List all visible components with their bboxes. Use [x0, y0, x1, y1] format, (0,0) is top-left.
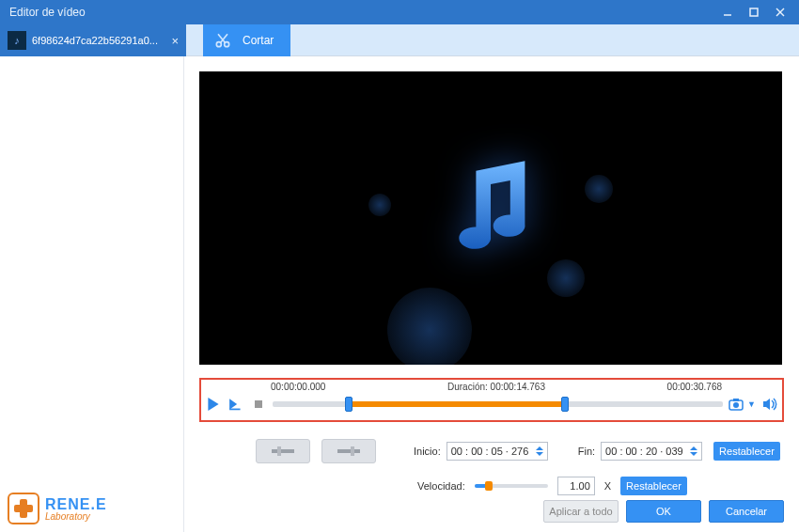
reset-trim-button[interactable]: Restablecer — [713, 442, 780, 461]
set-start-marker-button[interactable] — [256, 439, 310, 463]
bokeh-dot — [547, 259, 585, 297]
trim-end-handle[interactable] — [561, 397, 569, 412]
svg-rect-17 — [337, 449, 360, 453]
close-file-icon[interactable]: × — [169, 34, 180, 48]
play-selection-button[interactable] — [227, 396, 244, 413]
svg-rect-13 — [733, 399, 739, 401]
trim-start-handle[interactable] — [345, 397, 352, 412]
content-area: 00:00:00.000 Duración: 00:00:14.763 00:0… — [184, 56, 799, 532]
file-tab[interactable]: ♪ 6f98624d7ca22b56291a0... × — [0, 24, 186, 56]
start-time-down[interactable] — [536, 452, 543, 456]
svg-rect-18 — [351, 446, 354, 456]
bokeh-dot — [387, 288, 472, 365]
scissors-icon — [212, 30, 233, 51]
logo-text-1: RENE.E — [45, 496, 107, 513]
svg-marker-14 — [763, 399, 770, 410]
window-controls — [714, 3, 793, 22]
cancel-button[interactable]: Cancelar — [709, 500, 784, 523]
ok-button[interactable]: OK — [626, 500, 701, 523]
file-name: 6f98624d7ca22b56291a0... — [32, 35, 164, 46]
speed-slider[interactable] — [475, 484, 548, 488]
dialog-footer: Aplicar a todo OK Cancelar — [543, 500, 784, 523]
brand-logo: RENE.E Laboratory — [8, 493, 107, 524]
timeline-duration: Duración: 00:00:14.763 — [325, 382, 666, 392]
end-time-label: Fin: — [578, 446, 595, 457]
timeline-start-label: 00:00:00.000 — [271, 382, 325, 392]
close-button[interactable] — [767, 3, 793, 22]
title-bar: Editor de vídeo — [0, 0, 799, 24]
music-note-icon — [430, 149, 552, 274]
svg-rect-10 — [229, 409, 240, 411]
apply-all-button[interactable]: Aplicar a todo — [543, 500, 619, 523]
minimize-button[interactable] — [714, 3, 741, 22]
maximize-button[interactable] — [741, 3, 767, 22]
file-icon: ♪ — [8, 31, 26, 50]
start-time-label: Inicio: — [414, 446, 441, 457]
svg-rect-15 — [272, 449, 294, 453]
svg-rect-1 — [750, 8, 758, 16]
volume-button[interactable] — [761, 396, 778, 413]
timeline-panel: 00:00:00.000 Duración: 00:00:14.763 00:0… — [199, 378, 784, 422]
top-toolbar: ♪ 6f98624d7ca22b56291a0... × Cortar — [0, 24, 799, 56]
speed-value-input[interactable]: 1.00 — [557, 477, 595, 495]
timeline-track[interactable] — [273, 401, 723, 407]
snapshot-chevron-icon[interactable]: ▼ — [747, 399, 756, 409]
speed-label: Velocidad: — [417, 480, 465, 492]
cut-tool-tab[interactable]: Cortar — [203, 24, 290, 56]
svg-marker-9 — [229, 399, 237, 409]
start-time-up[interactable] — [536, 446, 543, 450]
sidebar: RENE.E Laboratory — [0, 56, 184, 532]
video-preview[interactable] — [199, 71, 782, 365]
play-button[interactable] — [205, 396, 222, 413]
reset-speed-button[interactable]: Restablecer — [620, 477, 687, 495]
svg-marker-8 — [208, 398, 218, 411]
end-time-input[interactable]: 00 : 00 : 20 · 039 — [601, 442, 702, 461]
start-time-input[interactable]: 00 : 00 : 05 · 276 — [446, 442, 548, 461]
timeline-selection — [349, 401, 565, 407]
end-time-down[interactable] — [690, 452, 697, 456]
speed-unit: X — [604, 480, 611, 492]
logo-cross-icon — [8, 493, 39, 524]
snapshot-button[interactable] — [728, 396, 745, 413]
cut-tool-label: Cortar — [243, 34, 274, 47]
set-end-marker-button[interactable] — [321, 439, 376, 463]
timeline-total-label: 00:00:30.768 — [667, 382, 722, 392]
stop-button[interactable] — [250, 396, 267, 413]
bokeh-dot — [368, 194, 391, 216]
svg-point-12 — [733, 402, 739, 408]
speed-slider-thumb[interactable] — [485, 481, 493, 491]
end-time-up[interactable] — [690, 446, 697, 450]
svg-rect-16 — [277, 446, 281, 456]
window-title: Editor de vídeo — [9, 6, 714, 19]
bokeh-dot — [585, 175, 613, 203]
